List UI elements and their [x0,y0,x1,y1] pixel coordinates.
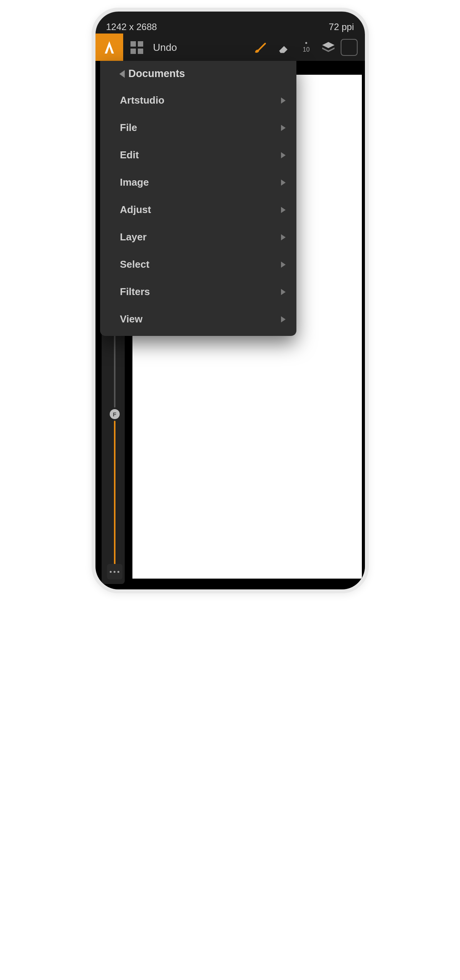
menu-item-label: Artstudio [120,94,165,106]
top-toolbar: Undo 10 [95,34,365,61]
menu-item-label: Adjust [120,204,151,216]
brush-size-button[interactable]: 10 [295,34,318,61]
chevron-right-icon [281,262,286,268]
eraser-tool-button[interactable] [272,34,295,61]
color-picker-button[interactable] [339,39,360,56]
menu-item-label: Filters [120,286,150,298]
chevron-right-icon [281,234,286,240]
layers-button[interactable] [318,40,339,55]
brush-size-dot-icon [305,42,307,44]
slider-handle[interactable]: F [110,409,120,419]
color-swatch [341,39,358,56]
brush-icon [253,40,268,55]
chevron-right-icon [281,207,286,213]
chevron-right-icon [281,180,286,186]
app-logo-icon [102,40,117,55]
menu-item-select[interactable]: Select [100,251,296,278]
grid-view-button[interactable] [126,41,148,54]
menu-item-view[interactable]: View [100,305,296,333]
dots-icon [110,571,112,573]
menu-item-label: View [120,313,143,325]
menu-item-label: Layer [120,231,147,243]
menu-item-adjust[interactable]: Adjust [100,196,296,223]
screen: 1242 x 2688 72 ppi Undo [95,12,365,589]
menu-back-button[interactable]: Documents [100,61,296,87]
chevron-right-icon [281,316,286,322]
canvas-dimensions-label: 1242 x 2688 [106,22,157,32]
menu-item-file[interactable]: File [100,114,296,141]
canvas-ppi-label: 72 ppi [329,22,354,32]
eraser-icon [276,40,290,54]
menu-item-image[interactable]: Image [100,169,296,196]
more-options-button[interactable] [107,564,122,579]
menu-item-label: File [120,122,137,134]
app-menu-button[interactable] [95,34,123,61]
chevron-right-icon [281,289,286,295]
menu-item-layer[interactable]: Layer [100,223,296,251]
menu-item-label: Edit [120,149,139,161]
menu-header-label: Documents [129,68,185,80]
undo-button[interactable]: Undo [153,42,249,54]
brush-tool-button[interactable] [249,34,272,61]
menu-item-filters[interactable]: Filters [100,278,296,305]
status-bar: 1242 x 2688 72 ppi [95,12,365,34]
slider-track-lower [114,421,115,577]
layers-icon [321,40,336,55]
chevron-right-icon [281,97,286,104]
menu-item-artstudio[interactable]: Artstudio [100,87,296,114]
brush-size-value: 10 [303,46,310,53]
menu-item-edit[interactable]: Edit [100,141,296,169]
chevron-right-icon [281,125,286,131]
menu-item-label: Image [120,176,149,188]
main-menu-dropdown: Documents Artstudio File Edit Image Adju… [100,61,296,336]
chevron-right-icon [281,152,286,158]
device-frame: 1242 x 2688 72 ppi Undo [92,8,369,593]
grid-icon [130,41,143,54]
menu-item-label: Select [120,258,150,270]
chevron-left-icon [119,70,125,78]
